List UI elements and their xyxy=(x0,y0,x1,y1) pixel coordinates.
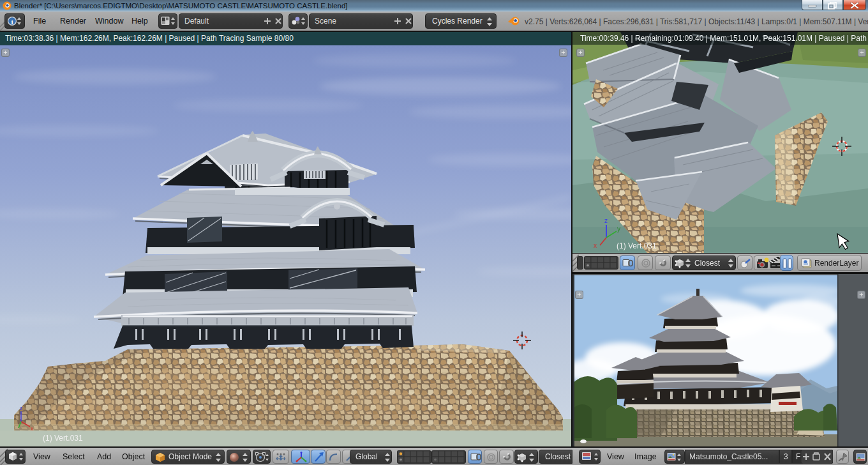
svg-text:(1) Vert.031: (1) Vert.031 xyxy=(43,434,83,443)
svg-text:(1) Vert.031: (1) Vert.031 xyxy=(617,241,657,250)
svg-text:x: x xyxy=(31,425,34,432)
svg-text:y: y xyxy=(617,225,620,232)
svg-text:i: i xyxy=(11,18,13,26)
svg-text:z: z xyxy=(604,217,608,224)
svg-text:x: x xyxy=(594,242,597,249)
svg-text:z: z xyxy=(20,405,23,411)
